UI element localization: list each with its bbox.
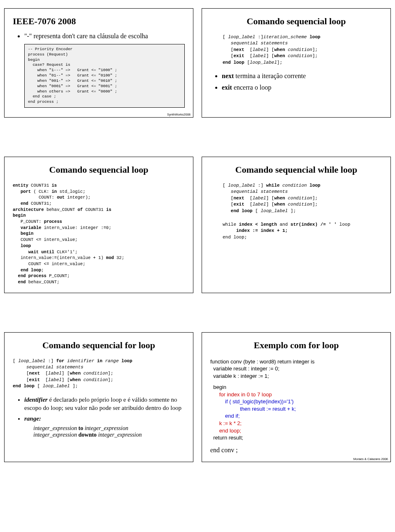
slide-ieee: IEEE-7076 2008 "-" representa don't care…: [4, 8, 193, 118]
slide-for-loop: Comando sequencial for loop [ loop_label…: [4, 332, 193, 463]
bullet-range: range:: [24, 414, 185, 423]
l12: end conv ;: [210, 446, 382, 455]
kw-exit: exit: [222, 84, 232, 91]
conv-function: function conv (byte : word8) return inte…: [210, 358, 382, 455]
bullet: "-" representa don't care na cláusula de…: [24, 32, 185, 40]
downto: downto: [77, 432, 98, 438]
ie1: integer_expression: [33, 425, 77, 431]
l2: variable result : integer := 0;: [210, 365, 382, 372]
range-label: range:: [24, 415, 41, 422]
range-downto: integer_expression downto integer_expres…: [13, 432, 185, 438]
l1: function conv (byte : word8) return inte…: [210, 358, 382, 365]
slide-loop-cmd: Comando sequencial loop [ loop_label :]i…: [202, 8, 391, 118]
bullet-exit: exit encerra o loop: [222, 84, 382, 91]
while-syntax: [ loop_label :] while condition loop seq…: [210, 183, 382, 214]
ie2: integer_expression: [85, 425, 128, 431]
l10: end loop;: [210, 427, 382, 435]
l3: variable k : integer := 1;: [210, 372, 382, 380]
title: Comando sequencial for loop: [13, 340, 185, 351]
while-example: while index < length and str(index) /= '…: [210, 222, 382, 241]
kw-next: next: [222, 72, 234, 79]
l8: end if;: [210, 412, 382, 420]
title: IEEE-7076 2008: [13, 16, 185, 27]
ie3: integer_expression: [33, 432, 77, 438]
title: Exemplo com for loop: [210, 340, 382, 351]
range-to: integer_expression to integer_expression: [13, 425, 185, 432]
entity-code: entity COUNT31 is port ( CLK: in std_log…: [13, 183, 185, 285]
title: Comando sequencial loop: [13, 164, 185, 175]
credit: SynthWorks2008: [167, 113, 191, 116]
l4: begin: [210, 384, 382, 391]
code-box: -- Priority Encoder process (Request) be…: [24, 44, 185, 108]
slide-for-example: Exemplo com for loop function conv (byte…: [202, 332, 391, 463]
ie4: integer_expression: [98, 432, 142, 438]
l7: then result := result + k;: [210, 405, 382, 413]
slide-while-loop: Comando sequencial while loop [ loop_lab…: [202, 157, 391, 293]
l6: if ( std_logic(byte(index))='1'): [210, 398, 382, 405]
loop-syntax: [ loop_label :]iteration_scheme loop seq…: [210, 34, 382, 66]
credit: Moraes & Calazans 2006: [353, 457, 388, 461]
title: Comando sequencial loop: [210, 16, 382, 27]
for-syntax: [ loop_label :] for identifier in range …: [13, 358, 185, 390]
l5: for index in 0 to 7 loop: [210, 391, 382, 398]
l9: k := k * 2;: [210, 420, 382, 427]
txt: termina a iteração corrente: [234, 72, 306, 79]
txt: encerra o loop: [232, 84, 272, 91]
bullet-next: next termina a iteração corrente: [222, 72, 382, 80]
to: to: [77, 425, 85, 431]
slide-loop-example: Comando sequencial loop entity COUNT31 i…: [4, 157, 193, 293]
l11: return result;: [210, 434, 382, 442]
title: Comando sequencial while loop: [210, 164, 382, 175]
bullet-identifier: identifier é declarado pelo próprio loop…: [24, 396, 185, 412]
